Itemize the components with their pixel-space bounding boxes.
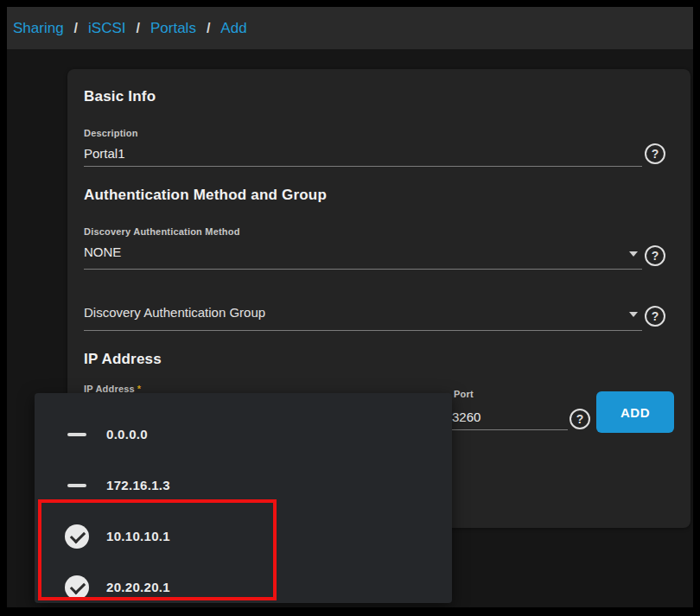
screenshot-frame: Sharing / iSCSI / Portals / Add Basic In… — [0, 0, 700, 616]
discovery-auth-group-select[interactable]: Discovery Authentication Group — [84, 305, 265, 320]
question-mark-glyph: ? — [576, 413, 584, 425]
ip-option-label: 172.16.1.3 — [106, 478, 170, 492]
breadcrumb-separator: / — [74, 21, 78, 36]
ip-address-dropdown: 0.0.0.0 172.16.1.3 10.10.10.1 20.20.20.1 — [35, 393, 452, 603]
breadcrumb-separator: / — [207, 21, 210, 36]
chevron-down-icon[interactable] — [629, 312, 638, 317]
unchecked-dash-icon — [67, 433, 86, 436]
ip-option-label: 20.20.20.1 — [106, 580, 170, 594]
ip-option-label: 0.0.0.0 — [106, 427, 148, 441]
breadcrumb-link-iscsi[interactable]: iSCSI — [88, 20, 125, 37]
ip-option-172-16-1-3[interactable]: 172.16.1.3 — [35, 460, 452, 511]
ip-option-label: 10.10.10.1 — [106, 529, 170, 543]
icon-slot — [65, 524, 89, 549]
breadcrumb-link-portals[interactable]: Portals — [150, 20, 196, 37]
breadcrumb-link-sharing[interactable]: Sharing — [13, 20, 64, 37]
ip-option-10-10-10-1[interactable]: 10.10.10.1 — [35, 511, 452, 562]
question-mark-glyph: ? — [652, 250, 659, 262]
question-mark-glyph: ? — [652, 310, 659, 322]
icon-slot — [65, 575, 89, 600]
field-underline — [84, 269, 642, 270]
chevron-down-icon[interactable] — [629, 251, 638, 257]
breadcrumb-bar: Sharing / iSCSI / Portals / Add — [7, 7, 693, 49]
help-icon-auth-method[interactable]: ? — [645, 245, 665, 266]
unchecked-dash-icon — [67, 484, 86, 487]
section-title-ip-address: IP Address — [84, 351, 162, 368]
ip-option-0-0-0-0[interactable]: 0.0.0.0 — [35, 409, 452, 460]
breadcrumb-link-add[interactable]: Add — [220, 20, 246, 37]
field-underline — [84, 330, 642, 331]
port-input[interactable] — [452, 407, 568, 430]
help-icon-description[interactable]: ? — [645, 143, 665, 164]
question-mark-glyph: ? — [652, 148, 659, 160]
help-icon-auth-group[interactable]: ? — [645, 306, 665, 327]
section-title-basic-info: Basic Info — [84, 88, 156, 105]
ip-option-20-20-20-1[interactable]: 20.20.20.1 — [35, 562, 452, 603]
help-icon-port[interactable]: ? — [570, 409, 590, 429]
description-label: Description — [84, 128, 138, 138]
description-input[interactable] — [84, 143, 642, 167]
icon-slot — [65, 433, 89, 436]
checked-circle-icon — [65, 524, 89, 549]
app-window: Sharing / iSCSI / Portals / Add Basic In… — [7, 7, 693, 607]
port-label: Port — [454, 389, 474, 399]
checked-circle-icon — [65, 575, 89, 600]
section-title-auth: Authentication Method and Group — [84, 187, 327, 204]
breadcrumb-separator: / — [137, 21, 140, 36]
discovery-auth-method-label: Discovery Authentication Method — [84, 226, 240, 237]
discovery-auth-method-select[interactable]: NONE — [84, 244, 121, 259]
icon-slot — [65, 484, 89, 487]
add-button[interactable]: ADD — [596, 391, 674, 433]
